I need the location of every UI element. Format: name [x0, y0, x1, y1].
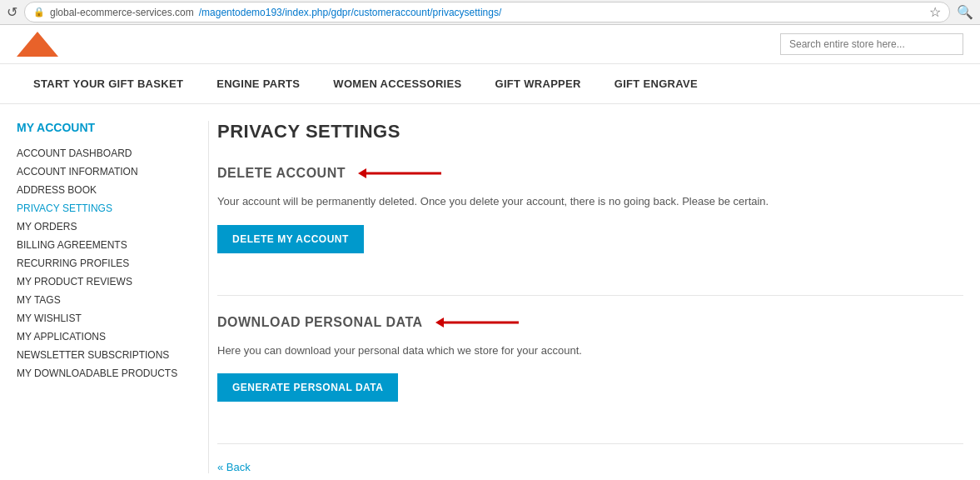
browser-bar: ↺ 🔒 global-ecommerce-services.com/magent…: [0, 0, 980, 25]
page-content: MY ACCOUNT ACCOUNT DASHBOARD ACCOUNT INF…: [0, 104, 980, 480]
bottom-divider: [217, 443, 963, 444]
sidebar-item-account-information[interactable]: ACCOUNT INFORMATION: [17, 162, 183, 181]
main-nav: START YOUR GIFT BASKET ENGINE PARTS WOME…: [0, 64, 980, 104]
sidebar-item-newsletter-subscriptions[interactable]: NEWSLETTER SUBSCRIPTIONS: [17, 346, 183, 364]
sidebar-item-my-orders[interactable]: MY ORDERS: [17, 218, 183, 236]
delete-account-header: DELETE ACCOUNT: [217, 163, 963, 183]
section-divider: [217, 295, 963, 296]
sidebar-title: MY ACCOUNT: [17, 121, 183, 134]
site-header: [0, 25, 980, 64]
sidebar-item-my-applications[interactable]: MY APPLICATIONS: [17, 328, 183, 346]
delete-arrow-annotation: [358, 163, 450, 183]
search-input[interactable]: [780, 33, 963, 55]
sidebar-item-my-tags[interactable]: MY TAGS: [17, 291, 183, 309]
sidebar-item-privacy-settings[interactable]: PRIVACY SETTINGS: [17, 199, 183, 218]
sidebar-item-billing-agreements[interactable]: BILLING AGREEMENTS: [17, 236, 183, 254]
nav-item-gift-basket[interactable]: START YOUR GIFT BASKET: [17, 64, 200, 103]
address-bar[interactable]: 🔒 global-ecommerce-services.com/magentod…: [24, 2, 950, 22]
download-data-description: Here you can download your personal data…: [217, 342, 963, 359]
svg-marker-0: [17, 32, 58, 57]
sidebar-item-product-reviews[interactable]: MY PRODUCT REVIEWS: [17, 272, 183, 291]
star-icon[interactable]: ☆: [929, 4, 941, 20]
nav-item-women-accessories[interactable]: WOMEN ACCESSORIES: [316, 64, 478, 103]
delete-account-description: Your account will be permanently deleted…: [217, 193, 963, 210]
svg-marker-2: [358, 168, 366, 178]
delete-account-title: DELETE ACCOUNT: [217, 166, 346, 181]
sidebar-item-my-wishlist[interactable]: MY WISHLIST: [17, 309, 183, 328]
url-path: /magentodemo193/index.php/gdpr/customera…: [199, 7, 502, 18]
sidebar-item-account-dashboard[interactable]: ACCOUNT DASHBOARD: [17, 144, 183, 162]
nav-item-gift-engrave[interactable]: GIFT ENGRAVE: [598, 64, 714, 103]
logo: [17, 32, 58, 57]
delete-my-account-button[interactable]: DELETE MY ACCOUNT: [217, 225, 364, 253]
generate-personal-data-button[interactable]: GENERATE PERSONAL DATA: [217, 373, 398, 402]
nav-item-gift-wrapper[interactable]: GIFT WRAPPER: [478, 64, 597, 103]
svg-marker-4: [435, 318, 444, 328]
sidebar-item-recurring-profiles[interactable]: RECURRING PROFILES: [17, 254, 183, 272]
browser-search-icon[interactable]: 🔍: [957, 4, 973, 20]
nav-item-engine-parts[interactable]: ENGINE PARTS: [200, 64, 316, 103]
delete-account-section: DELETE ACCOUNT Your account will be perm…: [217, 163, 963, 278]
sidebar-item-downloadable-products[interactable]: MY DOWNLOADABLE PRODUCTS: [17, 364, 183, 382]
download-data-title: DOWNLOAD PERSONAL DATA: [217, 315, 423, 330]
download-data-header: DOWNLOAD PERSONAL DATA: [217, 312, 963, 332]
back-button[interactable]: ↺: [7, 4, 17, 20]
url-prefix: global-ecommerce-services.com: [50, 7, 194, 18]
sidebar: MY ACCOUNT ACCOUNT DASHBOARD ACCOUNT INF…: [17, 121, 183, 473]
main-content: PRIVACY SETTINGS DELETE ACCOUNT Your acc…: [208, 121, 963, 473]
download-arrow-annotation: [435, 312, 527, 332]
sidebar-item-address-book[interactable]: ADDRESS BOOK: [17, 181, 183, 199]
download-data-section: DOWNLOAD PERSONAL DATA Here you can down…: [217, 312, 963, 428]
lock-icon: 🔒: [33, 7, 45, 18]
page-title: PRIVACY SETTINGS: [217, 121, 963, 142]
back-link[interactable]: « Back: [217, 461, 251, 473]
